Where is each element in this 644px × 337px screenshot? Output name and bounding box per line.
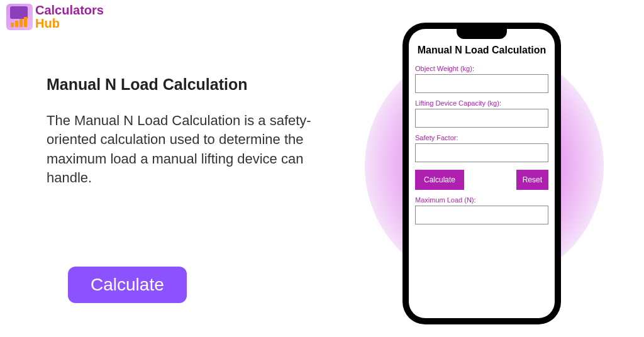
content-area: Manual N Load Calculation The Manual N L… bbox=[47, 75, 336, 187]
result-output bbox=[415, 206, 548, 224]
capacity-input[interactable] bbox=[415, 109, 548, 128]
safety-input[interactable] bbox=[415, 143, 548, 162]
weight-label: Object Weight (kg): bbox=[415, 65, 548, 72]
phone-mockup: Manual N Load Calculation Object Weight … bbox=[402, 23, 561, 324]
calculate-cta-button[interactable]: Calculate bbox=[68, 267, 187, 303]
safety-label: Safety Factor: bbox=[415, 134, 548, 141]
result-label: Maximum Load (N): bbox=[415, 196, 548, 204]
phone-calculate-button[interactable]: Calculate bbox=[415, 170, 464, 190]
phone-notch bbox=[457, 29, 507, 39]
phone-reset-button[interactable]: Reset bbox=[516, 170, 548, 190]
page-description: The Manual N Load Calculation is a safet… bbox=[47, 111, 336, 187]
weight-input[interactable] bbox=[415, 74, 548, 93]
logo-text-top: Calculators bbox=[35, 4, 104, 17]
logo-text-bottom: Hub bbox=[35, 17, 104, 30]
logo: Calculators Hub bbox=[6, 4, 104, 30]
page-title: Manual N Load Calculation bbox=[47, 75, 336, 94]
capacity-label: Lifting Device Capacity (kg): bbox=[415, 99, 548, 107]
logo-icon bbox=[6, 4, 33, 30]
calculator-title: Manual N Load Calculation bbox=[415, 44, 548, 56]
